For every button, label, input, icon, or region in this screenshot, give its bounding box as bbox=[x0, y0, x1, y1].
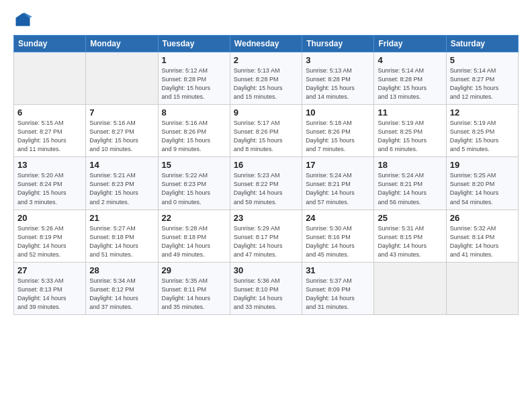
calendar-cell: 26Sunrise: 5:32 AM Sunset: 8:14 PM Dayli… bbox=[446, 210, 518, 262]
dow-header-tuesday: Tuesday bbox=[158, 36, 230, 52]
week-row-2: 6Sunrise: 5:15 AM Sunset: 8:27 PM Daylig… bbox=[14, 105, 519, 157]
calendar-cell: 19Sunrise: 5:25 AM Sunset: 8:20 PM Dayli… bbox=[446, 157, 518, 210]
day-number: 6 bbox=[17, 107, 82, 118]
calendar-cell: 2Sunrise: 5:13 AM Sunset: 8:28 PM Daylig… bbox=[230, 52, 302, 105]
week-row-3: 13Sunrise: 5:20 AM Sunset: 8:24 PM Dayli… bbox=[14, 157, 519, 210]
day-number: 13 bbox=[17, 160, 82, 170]
day-info: Sunrise: 5:21 AM Sunset: 8:23 PM Dayligh… bbox=[89, 171, 154, 206]
calendar-cell: 4Sunrise: 5:14 AM Sunset: 8:28 PM Daylig… bbox=[374, 52, 446, 105]
calendar-cell: 14Sunrise: 5:21 AM Sunset: 8:23 PM Dayli… bbox=[86, 157, 158, 210]
day-number: 4 bbox=[378, 55, 442, 65]
day-info: Sunrise: 5:32 AM Sunset: 8:14 PM Dayligh… bbox=[450, 224, 515, 259]
calendar-cell: 24Sunrise: 5:30 AM Sunset: 8:16 PM Dayli… bbox=[302, 210, 374, 262]
calendar-cell: 18Sunrise: 5:24 AM Sunset: 8:21 PM Dayli… bbox=[374, 157, 446, 210]
day-info: Sunrise: 5:26 AM Sunset: 8:19 PM Dayligh… bbox=[17, 224, 82, 259]
day-info: Sunrise: 5:33 AM Sunset: 8:13 PM Dayligh… bbox=[17, 277, 82, 312]
day-info: Sunrise: 5:13 AM Sunset: 8:28 PM Dayligh… bbox=[306, 66, 370, 101]
day-number: 31 bbox=[306, 265, 370, 275]
week-row-4: 20Sunrise: 5:26 AM Sunset: 8:19 PM Dayli… bbox=[14, 210, 519, 262]
day-info: Sunrise: 5:20 AM Sunset: 8:24 PM Dayligh… bbox=[17, 171, 82, 206]
day-number: 11 bbox=[378, 107, 442, 118]
calendar-cell: 23Sunrise: 5:29 AM Sunset: 8:17 PM Dayli… bbox=[230, 210, 302, 262]
calendar-cell: 9Sunrise: 5:17 AM Sunset: 8:26 PM Daylig… bbox=[230, 105, 302, 157]
day-info: Sunrise: 5:16 AM Sunset: 8:27 PM Dayligh… bbox=[89, 119, 154, 154]
day-number: 19 bbox=[450, 160, 515, 170]
day-number: 15 bbox=[162, 160, 226, 170]
dow-header-thursday: Thursday bbox=[302, 36, 374, 52]
day-number: 22 bbox=[162, 213, 226, 223]
calendar-cell: 3Sunrise: 5:13 AM Sunset: 8:28 PM Daylig… bbox=[302, 52, 374, 105]
day-number: 30 bbox=[234, 265, 298, 275]
day-info: Sunrise: 5:27 AM Sunset: 8:18 PM Dayligh… bbox=[89, 224, 154, 259]
day-number: 1 bbox=[162, 55, 226, 65]
logo bbox=[13, 11, 35, 30]
day-number: 9 bbox=[234, 107, 298, 118]
calendar-cell: 10Sunrise: 5:18 AM Sunset: 8:26 PM Dayli… bbox=[302, 105, 374, 157]
day-number: 21 bbox=[89, 213, 154, 223]
day-info: Sunrise: 5:25 AM Sunset: 8:20 PM Dayligh… bbox=[450, 171, 515, 206]
day-number: 7 bbox=[89, 107, 154, 118]
calendar-cell bbox=[14, 52, 86, 105]
calendar-cell: 27Sunrise: 5:33 AM Sunset: 8:13 PM Dayli… bbox=[14, 262, 86, 314]
day-info: Sunrise: 5:17 AM Sunset: 8:26 PM Dayligh… bbox=[234, 119, 298, 154]
page: SundayMondayTuesdayWednesdayThursdayFrid… bbox=[0, 0, 532, 411]
day-info: Sunrise: 5:14 AM Sunset: 8:27 PM Dayligh… bbox=[450, 66, 515, 101]
header bbox=[13, 11, 519, 30]
calendar-cell: 28Sunrise: 5:34 AM Sunset: 8:12 PM Dayli… bbox=[86, 262, 158, 314]
calendar-cell: 7Sunrise: 5:16 AM Sunset: 8:27 PM Daylig… bbox=[86, 105, 158, 157]
day-number: 12 bbox=[450, 107, 515, 118]
day-info: Sunrise: 5:13 AM Sunset: 8:28 PM Dayligh… bbox=[234, 66, 298, 101]
calendar-cell: 25Sunrise: 5:31 AM Sunset: 8:15 PM Dayli… bbox=[374, 210, 446, 262]
calendar-cell bbox=[446, 262, 518, 314]
day-number: 25 bbox=[378, 213, 442, 223]
day-number: 18 bbox=[378, 160, 442, 170]
calendar-body: 1Sunrise: 5:12 AM Sunset: 8:28 PM Daylig… bbox=[14, 52, 519, 315]
day-info: Sunrise: 5:30 AM Sunset: 8:16 PM Dayligh… bbox=[306, 224, 370, 259]
day-number: 27 bbox=[17, 265, 82, 275]
calendar-cell: 30Sunrise: 5:36 AM Sunset: 8:10 PM Dayli… bbox=[230, 262, 302, 314]
day-number: 29 bbox=[162, 265, 226, 275]
day-number: 26 bbox=[450, 213, 515, 223]
dow-header-monday: Monday bbox=[86, 36, 158, 52]
day-info: Sunrise: 5:37 AM Sunset: 8:09 PM Dayligh… bbox=[306, 277, 370, 312]
day-number: 2 bbox=[234, 55, 298, 65]
day-info: Sunrise: 5:31 AM Sunset: 8:15 PM Dayligh… bbox=[378, 224, 442, 259]
calendar-table: SundayMondayTuesdayWednesdayThursdayFrid… bbox=[13, 35, 519, 315]
day-info: Sunrise: 5:19 AM Sunset: 8:25 PM Dayligh… bbox=[378, 119, 442, 154]
calendar-cell: 16Sunrise: 5:23 AM Sunset: 8:22 PM Dayli… bbox=[230, 157, 302, 210]
day-number: 16 bbox=[234, 160, 298, 170]
day-number: 17 bbox=[306, 160, 370, 170]
day-number: 24 bbox=[306, 213, 370, 223]
calendar-cell: 15Sunrise: 5:22 AM Sunset: 8:23 PM Dayli… bbox=[158, 157, 230, 210]
day-info: Sunrise: 5:22 AM Sunset: 8:23 PM Dayligh… bbox=[162, 171, 226, 206]
day-number: 10 bbox=[306, 107, 370, 118]
day-info: Sunrise: 5:14 AM Sunset: 8:28 PM Dayligh… bbox=[378, 66, 442, 101]
day-info: Sunrise: 5:19 AM Sunset: 8:25 PM Dayligh… bbox=[450, 119, 515, 154]
dow-header-wednesday: Wednesday bbox=[230, 36, 302, 52]
day-info: Sunrise: 5:18 AM Sunset: 8:26 PM Dayligh… bbox=[306, 119, 370, 154]
calendar-cell: 21Sunrise: 5:27 AM Sunset: 8:18 PM Dayli… bbox=[86, 210, 158, 262]
calendar-cell bbox=[374, 262, 446, 314]
day-info: Sunrise: 5:24 AM Sunset: 8:21 PM Dayligh… bbox=[378, 171, 442, 206]
day-info: Sunrise: 5:15 AM Sunset: 8:27 PM Dayligh… bbox=[17, 119, 82, 154]
dow-header-sunday: Sunday bbox=[14, 36, 86, 52]
day-number: 14 bbox=[89, 160, 154, 170]
calendar-cell: 6Sunrise: 5:15 AM Sunset: 8:27 PM Daylig… bbox=[14, 105, 86, 157]
day-info: Sunrise: 5:35 AM Sunset: 8:11 PM Dayligh… bbox=[162, 277, 226, 312]
day-info: Sunrise: 5:23 AM Sunset: 8:22 PM Dayligh… bbox=[234, 171, 298, 206]
calendar-cell: 20Sunrise: 5:26 AM Sunset: 8:19 PM Dayli… bbox=[14, 210, 86, 262]
day-info: Sunrise: 5:36 AM Sunset: 8:10 PM Dayligh… bbox=[234, 277, 298, 312]
calendar-cell: 11Sunrise: 5:19 AM Sunset: 8:25 PM Dayli… bbox=[374, 105, 446, 157]
day-number: 20 bbox=[17, 213, 82, 223]
week-row-5: 27Sunrise: 5:33 AM Sunset: 8:13 PM Dayli… bbox=[14, 262, 519, 314]
days-of-week-row: SundayMondayTuesdayWednesdayThursdayFrid… bbox=[14, 36, 519, 52]
day-number: 28 bbox=[89, 265, 154, 275]
calendar-cell bbox=[86, 52, 158, 105]
calendar-cell: 13Sunrise: 5:20 AM Sunset: 8:24 PM Dayli… bbox=[14, 157, 86, 210]
calendar-cell: 17Sunrise: 5:24 AM Sunset: 8:21 PM Dayli… bbox=[302, 157, 374, 210]
calendar-cell: 31Sunrise: 5:37 AM Sunset: 8:09 PM Dayli… bbox=[302, 262, 374, 314]
calendar-cell: 1Sunrise: 5:12 AM Sunset: 8:28 PM Daylig… bbox=[158, 52, 230, 105]
day-info: Sunrise: 5:16 AM Sunset: 8:26 PM Dayligh… bbox=[162, 119, 226, 154]
day-info: Sunrise: 5:29 AM Sunset: 8:17 PM Dayligh… bbox=[234, 224, 298, 259]
dow-header-saturday: Saturday bbox=[446, 36, 518, 52]
